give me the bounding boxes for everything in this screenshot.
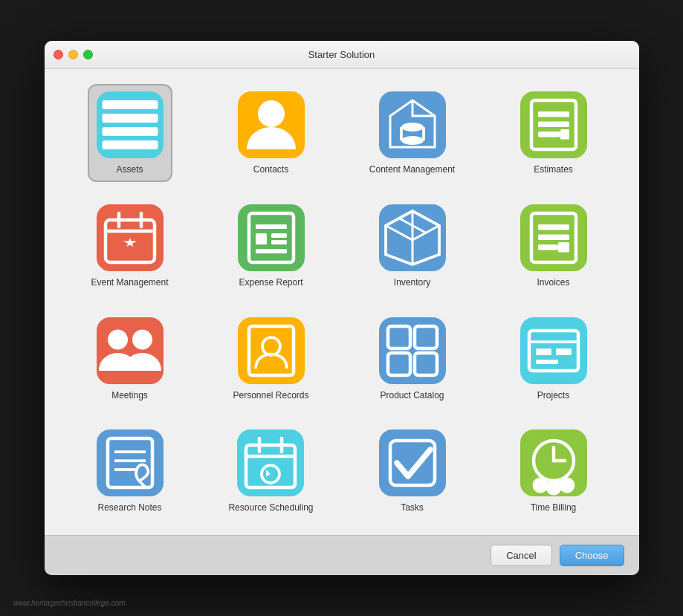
event-management-icon xyxy=(97,204,164,271)
minimize-button[interactable] xyxy=(68,50,78,59)
maximize-button[interactable] xyxy=(83,50,93,59)
item-tasks[interactable]: Tasks xyxy=(349,422,476,520)
resource-scheduling-label: Resource Scheduling xyxy=(228,502,313,514)
svg-point-58 xyxy=(559,478,574,493)
invoices-icon xyxy=(520,204,587,271)
svg-rect-40 xyxy=(536,348,551,355)
svg-marker-18 xyxy=(123,238,137,247)
item-contacts[interactable]: Contacts xyxy=(208,84,334,182)
watermark: www.heritagechristiancollege.com xyxy=(13,599,126,607)
item-wrapper-inventory: Inventory xyxy=(370,197,455,295)
item-wrapper-event-management: Event Management xyxy=(82,197,177,295)
projects-label: Projects xyxy=(537,390,569,402)
item-wrapper-content-management: Content Management xyxy=(360,84,464,182)
svg-rect-27 xyxy=(538,234,569,240)
item-wrapper-research-notes: Research Notes xyxy=(88,422,172,520)
svg-rect-43 xyxy=(108,438,152,487)
svg-rect-42 xyxy=(536,360,558,364)
projects-icon xyxy=(520,317,587,384)
item-wrapper-projects: Projects xyxy=(511,310,596,408)
time-billing-icon xyxy=(520,429,587,496)
svg-rect-0 xyxy=(102,100,158,109)
cancel-button[interactable]: Cancel xyxy=(491,545,551,566)
estimates-label: Estimates xyxy=(534,164,573,176)
expense-report-icon xyxy=(238,204,305,271)
traffic-lights xyxy=(54,50,93,59)
item-wrapper-contacts: Contacts xyxy=(229,84,314,182)
item-wrapper-invoices: Invoices xyxy=(511,197,596,295)
item-wrapper-product-catalog: Product Catalog xyxy=(370,310,455,408)
item-inventory[interactable]: Inventory xyxy=(349,197,476,295)
contacts-label: Contacts xyxy=(253,164,288,176)
item-resource-scheduling[interactable]: Resource Scheduling xyxy=(208,422,334,520)
svg-rect-10 xyxy=(538,111,569,117)
item-assets[interactable]: Assets xyxy=(67,84,193,182)
svg-rect-3 xyxy=(102,140,158,149)
event-management-label: Event Management xyxy=(91,277,168,289)
item-event-management[interactable]: Event Management xyxy=(67,197,193,295)
svg-rect-23 xyxy=(271,240,287,244)
svg-point-31 xyxy=(132,329,152,349)
resource-scheduling-icon xyxy=(237,429,304,496)
svg-point-30 xyxy=(108,329,128,349)
close-button[interactable] xyxy=(54,50,63,59)
svg-point-56 xyxy=(532,478,548,493)
item-invoices[interactable]: Invoices xyxy=(491,197,617,295)
svg-rect-20 xyxy=(256,224,287,229)
svg-rect-13 xyxy=(560,129,569,140)
svg-rect-29 xyxy=(558,242,569,253)
meetings-icon xyxy=(97,317,164,384)
svg-rect-28 xyxy=(538,244,558,250)
item-wrapper-time-billing: Time Billing xyxy=(511,422,596,520)
item-expense-report[interactable]: Expense Report xyxy=(208,197,334,295)
inventory-icon xyxy=(379,204,446,271)
svg-point-8 xyxy=(401,136,424,145)
item-content-management[interactable]: Content Management xyxy=(349,84,476,182)
content-area: Assets Contacts Content Management Estim… xyxy=(45,69,639,534)
invoices-label: Invoices xyxy=(537,277,569,289)
item-estimates[interactable]: Estimates xyxy=(491,84,617,182)
item-wrapper-personnel-records: Personnel Records xyxy=(224,310,317,408)
svg-rect-36 xyxy=(388,353,410,375)
item-wrapper-meetings: Meetings xyxy=(88,310,172,408)
research-notes-label: Research Notes xyxy=(97,502,161,514)
tasks-icon xyxy=(379,429,446,496)
item-wrapper-resource-scheduling: Resource Scheduling xyxy=(219,422,322,520)
content-management-label: Content Management xyxy=(369,164,455,176)
content-management-icon xyxy=(379,91,446,158)
svg-rect-37 xyxy=(415,353,437,375)
svg-rect-21 xyxy=(256,233,267,244)
svg-rect-1 xyxy=(102,114,158,123)
time-billing-label: Time Billing xyxy=(531,502,577,514)
item-wrapper-estimates: Estimates xyxy=(511,84,596,182)
product-catalog-icon xyxy=(379,317,446,384)
estimates-icon xyxy=(520,91,587,158)
item-wrapper-assets: Assets xyxy=(88,84,172,182)
personnel-records-icon xyxy=(238,317,305,384)
contacts-icon xyxy=(238,91,305,158)
item-product-catalog[interactable]: Product Catalog xyxy=(349,310,476,408)
svg-point-5 xyxy=(401,123,424,132)
item-time-billing[interactable]: Time Billing xyxy=(491,422,617,520)
footer: Cancel Choose xyxy=(45,535,639,575)
titlebar: Starter Solution xyxy=(45,41,639,69)
choose-button[interactable]: Choose xyxy=(560,545,624,566)
svg-rect-22 xyxy=(271,233,287,238)
svg-rect-12 xyxy=(538,132,560,137)
assets-label: Assets xyxy=(116,164,143,176)
svg-rect-34 xyxy=(388,326,410,348)
item-research-notes[interactable]: Research Notes xyxy=(67,422,193,520)
svg-point-33 xyxy=(262,337,280,355)
research-notes-icon xyxy=(97,429,164,496)
personnel-records-label: Personnel Records xyxy=(233,390,308,402)
svg-rect-26 xyxy=(538,224,569,230)
item-personnel-records[interactable]: Personnel Records xyxy=(208,310,334,408)
item-meetings[interactable]: Meetings xyxy=(67,310,193,408)
item-wrapper-expense-report: Expense Report xyxy=(229,197,314,295)
inventory-label: Inventory xyxy=(394,277,430,289)
starter-solution-window: Starter Solution Assets Contacts Content… xyxy=(45,41,639,574)
svg-point-4 xyxy=(258,100,285,127)
svg-rect-41 xyxy=(556,348,572,355)
product-catalog-label: Product Catalog xyxy=(380,390,444,402)
item-projects[interactable]: Projects xyxy=(491,310,617,408)
